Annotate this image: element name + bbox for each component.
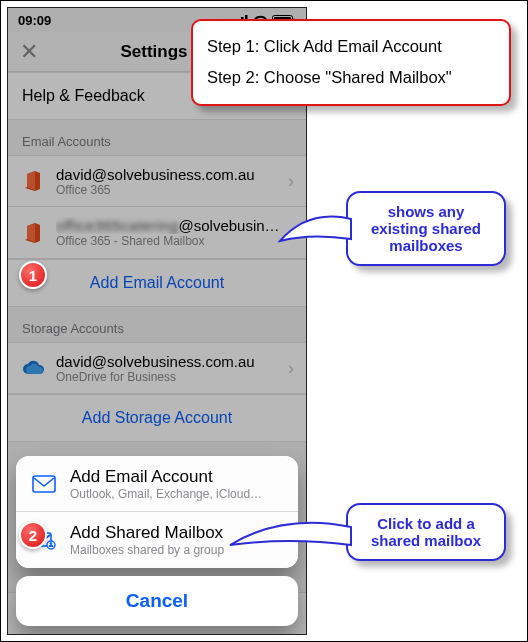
add-storage-account-link[interactable]: Add Storage Account — [8, 394, 306, 442]
envelope-icon — [30, 475, 58, 493]
account-subtitle: Office 365 - Shared Mailbox — [56, 234, 288, 248]
email-accounts-header: Email Accounts — [8, 120, 306, 155]
storage-subtitle: OneDrive for Business — [56, 370, 288, 384]
account-subtitle: Office 365 — [56, 183, 288, 197]
account-email: david@solvebusiness.com.au — [56, 166, 288, 183]
step-instructions-box: Step 1: Click Add Email Account Step 2: … — [191, 19, 511, 106]
sheet-option-title: Add Shared Mailbox — [70, 523, 224, 543]
help-feedback-label: Help & Feedback — [22, 87, 145, 104]
callout-add-shared: Click to add a shared mailbox — [346, 503, 506, 561]
add-email-account-link[interactable]: Add Email Account — [8, 259, 306, 307]
account-email: office365catering@solvebusin… — [56, 217, 288, 234]
callout-tail-icon — [228, 517, 353, 557]
annotation-badge-1: 1 — [19, 261, 47, 289]
step1-text: Step 1: Click Add Email Account — [207, 31, 495, 62]
storage-email: david@solvebusiness.com.au — [56, 353, 288, 370]
sheet-option-subtitle: Outlook, Gmail, Exchange, iCloud… — [70, 487, 262, 501]
redacted-text: office365catering — [56, 217, 178, 234]
sheet-cancel-button[interactable]: Cancel — [16, 576, 298, 626]
status-time: 09:09 — [18, 13, 51, 28]
svg-rect-7 — [33, 476, 55, 492]
chevron-right-icon: › — [288, 358, 294, 379]
chevron-right-icon: › — [288, 171, 294, 192]
email-account-row[interactable]: office365catering@solvebusin… Office 365… — [8, 207, 306, 259]
step2-text: Step 2: Choose "Shared Mailbox" — [207, 62, 495, 93]
svg-point-10 — [50, 542, 53, 545]
onedrive-icon — [20, 355, 46, 381]
storage-account-row[interactable]: david@solvebusiness.com.au OneDrive for … — [8, 342, 306, 394]
close-icon[interactable]: ✕ — [20, 39, 38, 65]
callout-tail-icon — [278, 211, 353, 251]
sheet-option-title: Add Email Account — [70, 467, 262, 487]
callout-existing-shared: shows any existing shared mailboxes — [346, 191, 506, 266]
email-account-row[interactable]: david@solvebusiness.com.au Office 365 › — [8, 155, 306, 207]
office365-icon — [20, 220, 46, 246]
sheet-option-subtitle: Mailboxes shared by a group — [70, 543, 224, 557]
annotation-badge-2: 2 — [19, 521, 47, 549]
sheet-add-email-account[interactable]: Add Email Account Outlook, Gmail, Exchan… — [16, 456, 298, 512]
storage-accounts-header: Storage Accounts — [8, 307, 306, 342]
office365-icon — [20, 168, 46, 194]
